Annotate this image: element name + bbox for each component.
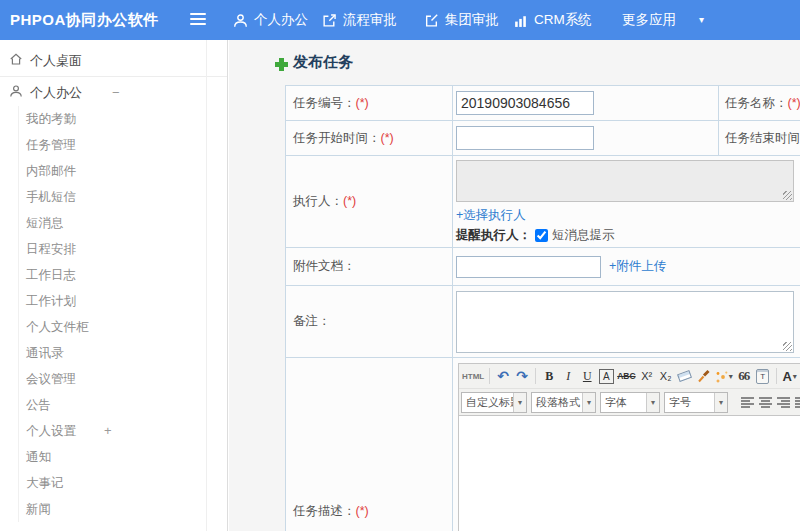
- nav-group-approval[interactable]: 集团审批: [424, 0, 499, 40]
- field-label: 任务描述：: [293, 504, 356, 518]
- sidebar-item-events[interactable]: 大事记: [19, 470, 227, 496]
- nav-personal-office[interactable]: 个人办公: [233, 0, 308, 40]
- nav-label: 流程审批: [343, 11, 397, 29]
- home-icon: [9, 52, 23, 70]
- sidebar-item-task-management[interactable]: 任务管理: [19, 132, 227, 158]
- start-time-input[interactable]: [456, 126, 594, 150]
- sidebar-item-label: 日程安排: [26, 242, 76, 256]
- sidebar-item-desktop[interactable]: 个人桌面: [0, 46, 227, 77]
- sidebar-item-label: 通知: [26, 450, 51, 464]
- menu-toggle-icon[interactable]: [190, 13, 206, 27]
- sidebar-item-news[interactable]: 新闻: [19, 496, 227, 522]
- align-center-icon[interactable]: [759, 397, 772, 408]
- sidebar-scroll-track[interactable]: [206, 40, 207, 531]
- sidebar-item-label: 短消息: [26, 216, 64, 230]
- collapse-icon[interactable]: −: [112, 79, 120, 106]
- field-label: 任务名称：: [725, 96, 788, 110]
- remark-textarea[interactable]: [456, 291, 794, 353]
- sidebar-item-meeting[interactable]: 会议管理: [19, 366, 227, 392]
- quick-format-button[interactable]: ▾: [714, 367, 734, 386]
- sidebar-item-sms[interactable]: 手机短信: [19, 184, 227, 210]
- superscript-button[interactable]: X²: [638, 367, 656, 386]
- chevron-down-icon: ▾: [646, 393, 659, 412]
- bold-button[interactable]: B: [540, 367, 558, 386]
- chart-icon: [513, 13, 528, 28]
- italic-button[interactable]: I: [559, 367, 577, 386]
- sidebar-submenu: 我的考勤 任务管理 内部邮件 手机短信 短消息 日程安排 工作日志 工作计划 个…: [18, 106, 227, 522]
- sidebar-item-work-plan[interactable]: 工作计划: [19, 288, 227, 314]
- chevron-down-icon[interactable]: ▾: [699, 0, 704, 40]
- redo-icon[interactable]: ↷: [513, 367, 531, 386]
- sidebar-item-file-cabinet[interactable]: 个人文件柜: [19, 314, 227, 340]
- field-label: 任务编号：: [293, 96, 356, 110]
- sidebar-item-schedule[interactable]: 日程安排: [19, 236, 227, 262]
- chevron-down-icon: ▾: [729, 372, 733, 381]
- eraser-button[interactable]: [676, 367, 694, 386]
- sidebar-group-personal-office[interactable]: 个人办公 −: [0, 79, 227, 106]
- underline-button[interactable]: U: [578, 367, 596, 386]
- strikethrough-button[interactable]: ABC: [616, 367, 636, 386]
- attachment-label-cell: 附件文档：: [286, 248, 453, 286]
- sidebar-item-label: 工作计划: [26, 294, 76, 308]
- sidebar-item-label: 内部邮件: [26, 164, 76, 178]
- font-size-select[interactable]: 字号 ▾: [664, 392, 728, 413]
- executor-field-cell: +选择执行人 提醒执行人： 短消息提示: [453, 156, 800, 248]
- sidebar-item-label: 个人设置: [26, 424, 76, 438]
- sidebar-item-notice[interactable]: 通知: [19, 444, 227, 470]
- sidebar-item-personal-settings[interactable]: 个人设置 +: [19, 418, 227, 444]
- blockquote-button[interactable]: 66: [735, 367, 753, 386]
- field-label: 任务结束时间：: [725, 131, 800, 145]
- sidebar-item-contacts[interactable]: 通讯录: [19, 340, 227, 366]
- align-right-icon[interactable]: [777, 397, 790, 408]
- wand-icon: [715, 370, 728, 383]
- task-name-label-cell: 任务名称：(*): [719, 86, 800, 121]
- description-field-cell: HTML ↶ ↷ B I U A ABC X² X₂: [453, 358, 800, 531]
- task-no-label-cell: 任务编号：(*): [286, 86, 453, 121]
- executor-textarea[interactable]: [456, 160, 794, 202]
- custom-title-select[interactable]: 自定义标题 ▾: [461, 392, 527, 413]
- choose-executor-link[interactable]: +选择执行人: [456, 208, 526, 222]
- required-mark: (*): [343, 194, 356, 208]
- select-value: 字体: [601, 395, 646, 410]
- editor-content-area[interactable]: [459, 415, 800, 531]
- font-color-button[interactable]: A▾: [781, 367, 799, 386]
- sidebar-item-label: 我的考勤: [26, 112, 76, 126]
- user-icon: [233, 13, 248, 28]
- resize-handle[interactable]: [783, 342, 792, 351]
- sidebar-item-announcement[interactable]: 公告: [19, 392, 227, 418]
- sidebar-item-internal-mail[interactable]: 内部邮件: [19, 158, 227, 184]
- resize-handle[interactable]: [783, 191, 792, 200]
- sms-checkbox[interactable]: [535, 229, 548, 242]
- end-time-label-cell: 任务结束时间：(*): [719, 121, 800, 156]
- executor-label-cell: 执行人：(*): [286, 156, 453, 248]
- app-logo: PHPOA协同办公软件: [10, 0, 159, 40]
- start-time-label-cell: 任务开始时间：(*): [286, 121, 453, 156]
- border-text-button[interactable]: A: [597, 367, 615, 386]
- eraser-icon: [677, 370, 692, 382]
- select-value: 字号: [665, 395, 714, 410]
- sidebar-item-work-log[interactable]: 工作日志: [19, 262, 227, 288]
- paragraph-format-select[interactable]: 段落格式 ▾: [531, 392, 596, 413]
- chevron-down-icon: ▾: [513, 393, 526, 412]
- page-title: 发布任务: [293, 53, 353, 72]
- align-left-icon[interactable]: [741, 397, 754, 408]
- nav-more-apps[interactable]: 更多应用: [622, 0, 676, 40]
- subscript-button[interactable]: X₂: [657, 367, 675, 386]
- font-family-select[interactable]: 字体 ▾: [600, 392, 660, 413]
- attachment-input[interactable]: [456, 256, 601, 278]
- align-justify-icon[interactable]: [795, 397, 800, 408]
- task-no-input[interactable]: [456, 91, 594, 115]
- required-mark: (*): [381, 131, 394, 145]
- expand-icon[interactable]: +: [104, 418, 112, 444]
- editor-toolbar-row1: HTML ↶ ↷ B I U A ABC X² X₂: [459, 364, 800, 388]
- task-no-field-cell: [453, 86, 719, 121]
- paste-from-word-button[interactable]: T: [754, 367, 772, 386]
- nav-crm-system[interactable]: CRM系统: [513, 0, 592, 40]
- nav-workflow-approval[interactable]: 流程审批: [322, 0, 397, 40]
- sidebar-item-short-message[interactable]: 短消息: [19, 210, 227, 236]
- source-code-button[interactable]: HTML: [461, 367, 485, 386]
- format-brush-button[interactable]: [695, 367, 713, 386]
- sidebar-item-attendance[interactable]: 我的考勤: [19, 106, 227, 132]
- undo-icon[interactable]: ↶: [494, 367, 512, 386]
- attachment-upload-link[interactable]: +附件上传: [609, 258, 666, 275]
